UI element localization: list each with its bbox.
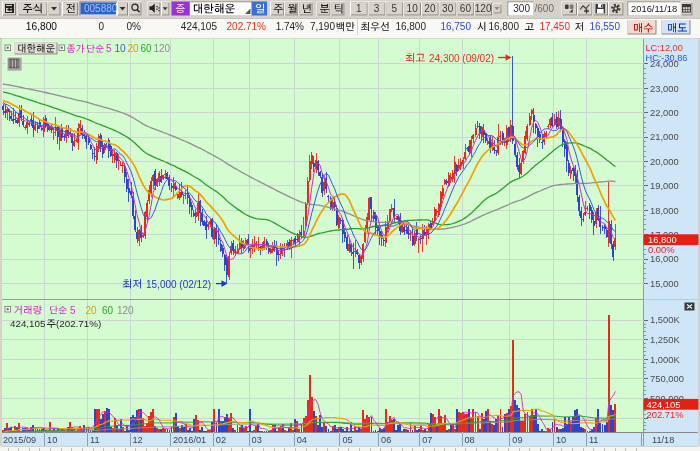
svg-text:16,800: 16,800 bbox=[395, 21, 426, 32]
svg-text:30: 30 bbox=[442, 3, 454, 14]
svg-text:LC:12,00: LC:12,00 bbox=[646, 43, 683, 53]
svg-text:0.00%: 0.00% bbox=[648, 244, 675, 255]
svg-text:1,500K: 1,500K bbox=[650, 314, 680, 325]
svg-text:08: 08 bbox=[465, 435, 475, 445]
svg-text:24,300 (09/02): 24,300 (09/02) bbox=[429, 53, 494, 64]
svg-text:09: 09 bbox=[512, 435, 522, 445]
svg-text:17,450: 17,450 bbox=[539, 21, 570, 32]
svg-text:7,190: 7,190 bbox=[310, 21, 335, 32]
svg-text:18,000: 18,000 bbox=[650, 205, 679, 216]
svg-text:3: 3 bbox=[374, 3, 380, 14]
svg-text:05: 05 bbox=[342, 435, 352, 445]
svg-text:16,750: 16,750 bbox=[440, 21, 471, 32]
svg-text:60: 60 bbox=[102, 305, 114, 316]
svg-text:11: 11 bbox=[90, 435, 100, 445]
svg-text:120: 120 bbox=[117, 305, 134, 316]
svg-text:60: 60 bbox=[460, 3, 472, 14]
svg-text:11/18: 11/18 bbox=[652, 435, 674, 445]
svg-text:424,105: 424,105 bbox=[181, 21, 218, 32]
svg-text:23,000: 23,000 bbox=[650, 83, 679, 94]
svg-text:16,800: 16,800 bbox=[488, 21, 519, 32]
svg-text:HC:-30,86: HC:-30,86 bbox=[646, 53, 688, 63]
svg-text:20: 20 bbox=[424, 3, 436, 14]
svg-text:16,800: 16,800 bbox=[26, 21, 57, 32]
svg-text:20: 20 bbox=[86, 305, 98, 316]
svg-text:03: 03 bbox=[252, 435, 262, 445]
svg-text:1.74%: 1.74% bbox=[276, 21, 304, 32]
svg-text:0%: 0% bbox=[127, 21, 142, 32]
svg-text:1: 1 bbox=[356, 3, 362, 14]
svg-text:424,105: 424,105 bbox=[10, 318, 46, 329]
svg-text:10: 10 bbox=[407, 3, 419, 14]
svg-text:60: 60 bbox=[141, 43, 153, 54]
svg-text:5: 5 bbox=[106, 43, 112, 54]
svg-text:07: 07 bbox=[422, 435, 432, 445]
svg-text:04: 04 bbox=[297, 435, 307, 445]
svg-text:20,000: 20,000 bbox=[650, 156, 679, 167]
svg-text:12: 12 bbox=[133, 435, 143, 445]
svg-text:300: 300 bbox=[513, 3, 530, 14]
svg-text:21,000: 21,000 bbox=[650, 131, 679, 142]
svg-text:2016/11/18: 2016/11/18 bbox=[631, 3, 677, 14]
svg-text:15,000: 15,000 bbox=[650, 278, 679, 289]
svg-text:5: 5 bbox=[392, 3, 398, 14]
svg-text:11: 11 bbox=[589, 435, 599, 445]
svg-text:202.71%: 202.71% bbox=[647, 409, 684, 420]
svg-text:22,000: 22,000 bbox=[650, 107, 679, 118]
svg-text:15,000 (02/12): 15,000 (02/12) bbox=[146, 279, 211, 290]
svg-text:120: 120 bbox=[154, 43, 171, 54]
svg-text:202.71%: 202.71% bbox=[227, 21, 267, 32]
svg-text:/600: /600 bbox=[535, 3, 555, 14]
svg-text:19,000: 19,000 bbox=[650, 180, 679, 191]
svg-text:10: 10 bbox=[47, 435, 57, 445]
svg-text:750,000: 750,000 bbox=[650, 373, 684, 384]
svg-text:0: 0 bbox=[98, 21, 104, 32]
svg-text:005880: 005880 bbox=[84, 3, 118, 14]
svg-text:1,250K: 1,250K bbox=[650, 334, 680, 345]
svg-text:06: 06 bbox=[381, 435, 391, 445]
svg-text:2015/09: 2015/09 bbox=[3, 435, 36, 445]
svg-text:20: 20 bbox=[128, 43, 140, 54]
svg-text:(202.71%): (202.71%) bbox=[56, 318, 101, 329]
svg-text:2016/01: 2016/01 bbox=[173, 435, 206, 445]
svg-text:02: 02 bbox=[216, 435, 226, 445]
svg-text:10: 10 bbox=[556, 435, 566, 445]
svg-text:10: 10 bbox=[115, 43, 127, 54]
svg-text:1,000K: 1,000K bbox=[650, 354, 680, 365]
svg-text:120: 120 bbox=[475, 3, 492, 14]
svg-text:5: 5 bbox=[70, 305, 76, 316]
svg-text:16,550: 16,550 bbox=[589, 21, 620, 32]
